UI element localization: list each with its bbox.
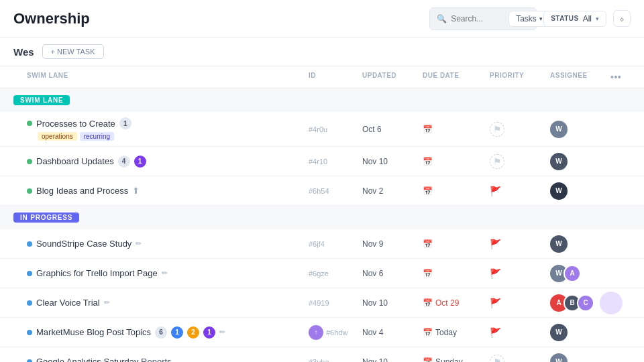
search-icon: 🔍 bbox=[437, 14, 447, 23]
task-title: Blog Ideas and Process bbox=[36, 186, 128, 196]
task-updated: Nov 10 bbox=[362, 298, 423, 308]
swim-lane-section-header: SWIM LANE bbox=[0, 88, 644, 112]
status-filter[interactable]: STATUS All ▾ bbox=[543, 11, 606, 27]
col-id: ID bbox=[309, 72, 362, 82]
task-updated: Oct 6 bbox=[362, 125, 423, 134]
table-row[interactable]: Processes to Create 1 operations recurri… bbox=[0, 112, 644, 147]
header: Ownership 🔍 Tasks ▾ STATUS All ▾ ⬦ bbox=[0, 0, 644, 38]
search-bar[interactable]: 🔍 Tasks ▾ bbox=[429, 7, 537, 30]
task-id: #6h54 bbox=[309, 187, 362, 195]
task-due: 📅 Sunday bbox=[423, 357, 490, 363]
chevron-down-icon: ▾ bbox=[539, 15, 543, 22]
task-id: #6hdw bbox=[326, 328, 347, 337]
main-content: SWIM LANE Processes to Create 1 operatio… bbox=[0, 88, 644, 362]
assignee-col: W A bbox=[550, 265, 610, 282]
priority-flag-yellow: 🚩 bbox=[490, 327, 501, 338]
avatar: W bbox=[550, 182, 568, 200]
avatar: W bbox=[550, 153, 568, 170]
task-due-date: Today bbox=[435, 328, 457, 337]
col-more: ••• bbox=[610, 72, 631, 82]
share-icon: ⬆ bbox=[132, 186, 140, 196]
avatar: W bbox=[550, 235, 568, 253]
table-row[interactable]: SoundStripe Case Study ✏ #6jf4 Nov 9 📅 🚩… bbox=[0, 229, 644, 259]
table-row[interactable]: Dashboard Updates 4 1 #4r10 Nov 10 📅 ⚑ W bbox=[0, 147, 644, 176]
task-updated: Nov 10 bbox=[362, 157, 423, 166]
task-title: Clear Voice Trial bbox=[36, 298, 100, 308]
in-progress-section-header: IN PROGRESS bbox=[0, 206, 644, 229]
calendar-icon: 📅 bbox=[423, 298, 433, 308]
task-due: 📅 Oct 29 bbox=[423, 298, 490, 308]
task-id: #3uhe bbox=[309, 358, 362, 363]
task-id: #6jf4 bbox=[309, 240, 362, 248]
avatar: A bbox=[564, 265, 581, 282]
all-label: All bbox=[583, 14, 592, 23]
badge-count-purple: 1 bbox=[134, 156, 146, 168]
col-updated: UPDATED bbox=[362, 72, 423, 82]
task-updated: Nov 10 bbox=[362, 357, 423, 363]
table-row[interactable]: Graphics for Trello Import Page ✏ #6gze … bbox=[0, 259, 644, 288]
col-priority: PRIORITY bbox=[490, 72, 550, 82]
assignee-col: W bbox=[550, 353, 610, 363]
task-title: Google Analytics Saturday Reports bbox=[36, 357, 172, 362]
status-dot bbox=[27, 330, 32, 335]
edit-icon: ✏ bbox=[104, 298, 110, 307]
task-name-col: Processes to Create 1 operations recurri… bbox=[27, 117, 309, 141]
status-label: STATUS bbox=[551, 15, 579, 22]
filter-icon: ⬦ bbox=[619, 13, 625, 23]
task-id: #4919 bbox=[309, 299, 362, 307]
table-row[interactable]: MarketMuse Blog Post Topics 6 1 2 1 ✏ ↑ … bbox=[0, 318, 644, 347]
assignee-col: W bbox=[550, 324, 610, 341]
task-name-col: Blog Ideas and Process ⬆ bbox=[27, 186, 309, 196]
status-dot bbox=[27, 359, 32, 363]
task-title: Graphics for Trello Import Page bbox=[36, 268, 158, 278]
search-input[interactable] bbox=[451, 14, 504, 23]
priority-flag: ⚑ bbox=[493, 124, 502, 135]
task-due: 📅 bbox=[423, 269, 490, 278]
priority-flag-yellow: 🚩 bbox=[490, 239, 501, 249]
assignee-col: W bbox=[550, 121, 610, 138]
new-task-button[interactable]: + NEW TASK bbox=[42, 44, 104, 59]
task-due-date: Oct 29 bbox=[435, 298, 459, 308]
calendar-icon: 📅 bbox=[423, 239, 433, 249]
more-options-icon[interactable]: ••• bbox=[610, 72, 621, 82]
status-dot bbox=[27, 188, 32, 194]
table-row[interactable]: Clear Voice Trial ✏ #4919 Nov 10 📅 Oct 2… bbox=[0, 288, 644, 318]
task-due: 📅 bbox=[423, 239, 490, 249]
task-id-col: ↑ #6hdw bbox=[309, 325, 362, 340]
tasks-label: Tasks bbox=[516, 14, 537, 23]
assignee-col: W bbox=[550, 153, 610, 170]
priority-flag-yellow: 🚩 bbox=[490, 268, 501, 279]
task-name-col: MarketMuse Blog Post Topics 6 1 2 1 ✏ bbox=[27, 326, 309, 339]
priority-flag: ⚑ bbox=[493, 156, 502, 167]
task-priority: ⚑ bbox=[490, 154, 550, 169]
col-assignee: ASSIGNEE bbox=[550, 72, 610, 82]
page-title: Ownership bbox=[13, 10, 90, 27]
task-due: 📅 Today bbox=[423, 328, 490, 337]
task-priority: 🚩 bbox=[490, 268, 550, 279]
filter-button[interactable]: ⬦ bbox=[613, 10, 631, 27]
table-row[interactable]: Google Analytics Saturday Reports #3uhe … bbox=[0, 347, 644, 362]
priority-flag: ⚑ bbox=[493, 357, 502, 363]
calendar-icon: 📅 bbox=[423, 357, 433, 363]
badge-count: 1 bbox=[119, 117, 131, 129]
task-priority: ⚑ bbox=[490, 355, 550, 363]
task-due: 📅 bbox=[423, 157, 490, 166]
badge-count-orange: 2 bbox=[187, 326, 199, 339]
task-priority: 🚩 bbox=[490, 239, 550, 249]
task-updated: Nov 2 bbox=[362, 186, 423, 196]
task-title: Dashboard Updates bbox=[36, 156, 114, 166]
task-name-col: Google Analytics Saturday Reports bbox=[27, 357, 309, 362]
avatar: W bbox=[550, 324, 568, 341]
status-dot bbox=[27, 241, 32, 247]
task-due: 📅 bbox=[423, 186, 490, 196]
assignee-col: W bbox=[550, 182, 610, 200]
task-title: MarketMuse Blog Post Topics bbox=[36, 327, 151, 337]
sub-header: Wes + NEW TASK bbox=[0, 38, 644, 66]
priority-flag-cyan: 🚩 bbox=[490, 298, 501, 308]
table-row[interactable]: Blog Ideas and Process ⬆ #6h54 Nov 2 📅 🚩… bbox=[0, 176, 644, 206]
task-title: Processes to Create bbox=[36, 119, 115, 129]
task-priority: 🚩 bbox=[490, 186, 550, 196]
task-due-date: Sunday bbox=[435, 357, 463, 363]
task-name-col: Dashboard Updates 4 1 bbox=[27, 156, 309, 168]
swim-lane-badge: SWIM LANE bbox=[13, 95, 70, 105]
